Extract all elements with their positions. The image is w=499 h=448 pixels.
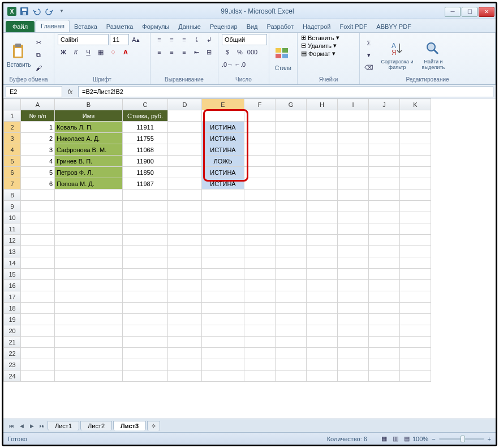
tab-developer[interactable]: Разработ <box>263 21 298 32</box>
cell-E8[interactable] <box>202 189 244 201</box>
cell-A10[interactable] <box>21 212 55 223</box>
row-header-14[interactable]: 14 <box>4 257 21 269</box>
cell-B11[interactable] <box>55 223 123 235</box>
cell-C4[interactable]: 11068 <box>123 144 168 156</box>
cell-K16[interactable] <box>400 280 431 291</box>
cell-G3[interactable] <box>276 133 307 144</box>
cell-A7[interactable]: 6 <box>21 178 55 189</box>
col-header-D[interactable]: D <box>168 99 202 110</box>
cell-E2[interactable]: ИСТИНА <box>202 122 244 133</box>
decrease-decimal-icon[interactable]: ←.0 <box>234 59 246 70</box>
cell-C3[interactable]: 11755 <box>123 133 168 144</box>
cell-G1[interactable] <box>276 110 307 122</box>
cell-E14[interactable] <box>202 257 244 269</box>
row-header-6[interactable]: 6 <box>4 167 21 178</box>
sheet-nav-last[interactable]: ⏭ <box>37 421 46 430</box>
maximize-button[interactable]: ☐ <box>462 7 478 17</box>
col-header-I[interactable]: I <box>338 99 369 110</box>
cell-G10[interactable] <box>276 212 307 223</box>
cell-F4[interactable] <box>244 144 276 156</box>
row-header-24[interactable]: 24 <box>4 371 21 382</box>
cell-E6[interactable]: ИСТИНА <box>202 167 244 178</box>
cell-J21[interactable] <box>369 337 400 348</box>
cell-K14[interactable] <box>400 257 431 269</box>
cell-I11[interactable] <box>338 223 369 235</box>
cell-H6[interactable] <box>307 167 338 178</box>
cell-I19[interactable] <box>338 314 369 325</box>
cell-F18[interactable] <box>244 303 276 314</box>
cell-I3[interactable] <box>338 133 369 144</box>
cell-B16[interactable] <box>55 280 123 291</box>
cell-E17[interactable] <box>202 291 244 303</box>
tab-foxit[interactable]: Foxit PDF <box>335 21 372 32</box>
font-color-button[interactable]: A <box>120 46 131 58</box>
cell-F10[interactable] <box>244 212 276 223</box>
cell-D8[interactable] <box>168 189 202 201</box>
cell-J12[interactable] <box>369 235 400 246</box>
align-center-icon[interactable]: ≡ <box>166 46 178 58</box>
cell-C8[interactable] <box>123 189 168 201</box>
cell-C21[interactable] <box>123 337 168 348</box>
cell-I23[interactable] <box>338 359 369 371</box>
cell-H4[interactable] <box>307 144 338 156</box>
cell-J7[interactable] <box>369 178 400 189</box>
currency-icon[interactable]: $ <box>222 46 233 58</box>
cell-F9[interactable] <box>244 201 276 212</box>
row-header-5[interactable]: 5 <box>4 156 21 167</box>
tab-review[interactable]: Рецензир <box>205 21 242 32</box>
minimize-button[interactable]: ─ <box>445 7 461 17</box>
cell-B6[interactable]: Петров Ф. Л. <box>55 167 123 178</box>
cell-H21[interactable] <box>307 337 338 348</box>
cell-D4[interactable] <box>168 144 202 156</box>
cell-J14[interactable] <box>369 257 400 269</box>
zoom-in-icon[interactable]: + <box>488 436 491 442</box>
cell-G21[interactable] <box>276 337 307 348</box>
align-right-icon[interactable]: ≡ <box>179 46 190 58</box>
cell-K4[interactable] <box>400 144 431 156</box>
cell-G14[interactable] <box>276 257 307 269</box>
cell-E20[interactable] <box>202 325 244 337</box>
cell-G5[interactable] <box>276 156 307 167</box>
cell-J3[interactable] <box>369 133 400 144</box>
wrap-text-icon[interactable]: ↲ <box>204 34 215 45</box>
cell-G13[interactable] <box>276 246 307 257</box>
cell-H10[interactable] <box>307 212 338 223</box>
cell-H17[interactable] <box>307 291 338 303</box>
sheet-tab-1[interactable]: Лист1 <box>48 421 79 430</box>
cell-I24[interactable] <box>338 371 369 382</box>
cell-E11[interactable] <box>202 223 244 235</box>
cell-E4[interactable]: ИСТИНА <box>202 144 244 156</box>
copy-icon[interactable]: ⧉ <box>33 50 44 61</box>
cell-H18[interactable] <box>307 303 338 314</box>
cell-I7[interactable] <box>338 178 369 189</box>
cell-K12[interactable] <box>400 235 431 246</box>
cell-F15[interactable] <box>244 269 276 280</box>
cell-A12[interactable] <box>21 235 55 246</box>
orientation-icon[interactable]: ⤹ <box>191 34 203 45</box>
cell-H9[interactable] <box>307 201 338 212</box>
cell-K2[interactable] <box>400 122 431 133</box>
cell-F17[interactable] <box>244 291 276 303</box>
cell-B22[interactable] <box>55 348 123 359</box>
cell-C10[interactable] <box>123 212 168 223</box>
undo-icon[interactable] <box>32 6 42 16</box>
cell-J9[interactable] <box>369 201 400 212</box>
col-header-C[interactable]: C <box>123 99 168 110</box>
row-header-21[interactable]: 21 <box>4 337 21 348</box>
cell-F12[interactable] <box>244 235 276 246</box>
cell-G18[interactable] <box>276 303 307 314</box>
col-header-E[interactable]: E <box>202 99 244 110</box>
cell-B12[interactable] <box>55 235 123 246</box>
clear-icon[interactable]: ⌫ <box>363 62 375 74</box>
cell-A3[interactable]: 2 <box>21 133 55 144</box>
increase-decimal-icon[interactable]: .0→ <box>222 59 233 70</box>
cell-G7[interactable] <box>276 178 307 189</box>
cell-K15[interactable] <box>400 269 431 280</box>
cell-C2[interactable]: 11911 <box>123 122 168 133</box>
cell-C20[interactable] <box>123 325 168 337</box>
cell-E16[interactable] <box>202 280 244 291</box>
cell-A11[interactable] <box>21 223 55 235</box>
cell-C19[interactable] <box>123 314 168 325</box>
cell-J13[interactable] <box>369 246 400 257</box>
sheet-nav-prev[interactable]: ◀ <box>17 421 26 430</box>
